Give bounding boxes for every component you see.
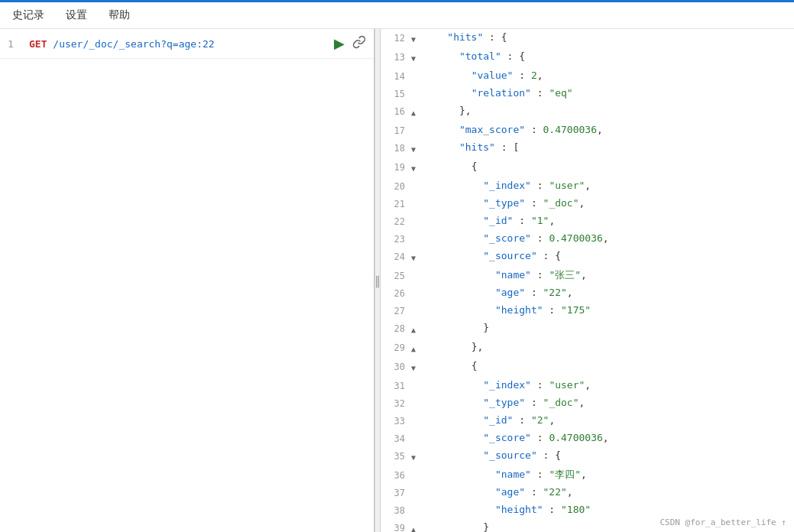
json-line: 13▼ "total" : { [381, 48, 794, 67]
line-number: 36 [381, 466, 411, 484]
menu-help[interactable]: 帮助 [105, 7, 133, 24]
line-content: "age" : "22", [422, 284, 573, 301]
fold-button[interactable]: ▼ [411, 248, 422, 267]
line-content: }, [422, 339, 483, 355]
fold-placeholder [411, 430, 422, 432]
fold-placeholder [411, 377, 422, 379]
line-content: "_type" : "_doc", [422, 394, 585, 411]
line-content: "_id" : "2", [422, 412, 555, 429]
line-number: 38 [381, 501, 411, 519]
line-content: }, [422, 102, 472, 119]
line-number: 16 [381, 102, 411, 120]
fold-button[interactable]: ▼ [411, 29, 422, 48]
fold-button[interactable]: ▲ [411, 339, 422, 358]
line-content: "age" : "22", [422, 484, 573, 501]
line-content: "_source" : { [422, 447, 561, 464]
fold-placeholder [411, 501, 422, 504]
json-line: 15 "relation" : "eq" [381, 85, 794, 102]
fold-button[interactable]: ▼ [411, 447, 422, 466]
json-line: 31 "_index" : "user", [381, 377, 794, 394]
line-number: 14 [381, 67, 411, 85]
json-line: 23 "_score" : 0.4700036, [381, 230, 794, 248]
fold-placeholder [411, 67, 422, 70]
fold-placeholder [411, 394, 422, 397]
panel-divider[interactable]: ∥ [374, 29, 381, 532]
query-url-text: /user/_doc/_search?q=age:22 [53, 38, 214, 50]
json-line: 16▲ }, [381, 102, 794, 122]
line-number: 27 [381, 302, 411, 320]
line-number: 19 [381, 158, 411, 176]
json-line: 32 "_type" : "_doc", [381, 394, 794, 412]
query-method: GET [29, 38, 47, 50]
json-output: 12▼ "hits" : {13▼ "total" : {14 "value" … [381, 29, 794, 532]
json-line: 20 "_index" : "user", [381, 177, 794, 195]
line-content: "value" : 2, [422, 67, 543, 84]
line-number: 23 [381, 230, 411, 248]
line-number: 32 [381, 394, 411, 412]
json-line: 14 "value" : 2, [381, 67, 794, 85]
query-text: GET /user/_doc/_search?q=age:22 [29, 38, 326, 50]
menu-bar: 史记录 设置 帮助 [0, 2, 794, 29]
json-line: 30▼ { [381, 358, 794, 377]
main-layout: 1 GET /user/_doc/_search?q=age:22 ▶ ∥ 12… [0, 29, 794, 532]
json-line: 33 "_id" : "2", [381, 412, 794, 430]
fold-button[interactable]: ▲ [411, 519, 422, 532]
left-panel: 1 GET /user/_doc/_search?q=age:22 ▶ [0, 29, 374, 532]
line-number: 18 [381, 139, 411, 157]
line-content: "hits" : [ [422, 139, 519, 156]
line-number: 15 [381, 85, 411, 102]
line-content: "_source" : { [422, 248, 561, 264]
line-number: 29 [381, 339, 411, 356]
line-content: "_index" : "user", [422, 177, 591, 194]
fold-placeholder [411, 177, 422, 180]
line-number: 21 [381, 195, 411, 212]
json-line: 18▼ "hits" : [ [381, 139, 794, 158]
fold-button[interactable]: ▲ [411, 102, 422, 122]
menu-history[interactable]: 史记录 [9, 7, 47, 24]
line-number: 26 [381, 284, 411, 302]
line-content: "hits" : { [422, 29, 507, 46]
link-button[interactable] [352, 35, 366, 52]
json-line: 37 "age" : "22", [381, 484, 794, 501]
fold-button[interactable]: ▼ [411, 48, 422, 67]
line-number: 22 [381, 212, 411, 230]
line-content: "max_score" : 0.4700036, [422, 122, 603, 138]
fold-placeholder [411, 85, 422, 87]
line-content: } [422, 320, 489, 336]
line-number: 13 [381, 48, 411, 66]
json-line: 28▲ } [381, 320, 794, 339]
line-number: 30 [381, 358, 411, 375]
line-content: "height" : "175" [422, 302, 591, 319]
line-content: "height" : "180" [422, 501, 591, 518]
json-line: 35▼ "_source" : { [381, 447, 794, 466]
line-number: 12 [381, 29, 411, 47]
fold-button[interactable]: ▼ [411, 158, 422, 177]
line-content: } [422, 519, 489, 532]
run-button[interactable]: ▶ [332, 35, 346, 52]
fold-button[interactable]: ▼ [411, 358, 422, 377]
query-line-number: 1 [8, 38, 23, 50]
fold-placeholder [411, 302, 422, 304]
fold-placeholder [411, 466, 422, 469]
json-line: 22 "_id" : "1", [381, 212, 794, 230]
line-content: "name" : "李四", [422, 466, 587, 483]
line-content: "_id" : "1", [422, 212, 555, 229]
json-line: 26 "age" : "22", [381, 284, 794, 302]
json-line: 25 "name" : "张三", [381, 267, 794, 284]
fold-placeholder [411, 484, 422, 486]
line-number: 37 [381, 484, 411, 501]
line-number: 35 [381, 447, 411, 465]
line-number: 20 [381, 177, 411, 195]
fold-placeholder [411, 195, 422, 197]
line-content: "_index" : "user", [422, 377, 591, 394]
line-number: 31 [381, 377, 411, 394]
json-line: 12▼ "hits" : { [381, 29, 794, 48]
fold-button[interactable]: ▼ [411, 139, 422, 158]
fold-placeholder [411, 122, 422, 124]
menu-settings[interactable]: 设置 [63, 7, 90, 24]
fold-button[interactable]: ▲ [411, 320, 422, 339]
right-panel: 12▼ "hits" : {13▼ "total" : {14 "value" … [381, 29, 794, 532]
line-number: 24 [381, 248, 411, 265]
json-line: 24▼ "_source" : { [381, 248, 794, 267]
line-content: "_type" : "_doc", [422, 195, 585, 212]
